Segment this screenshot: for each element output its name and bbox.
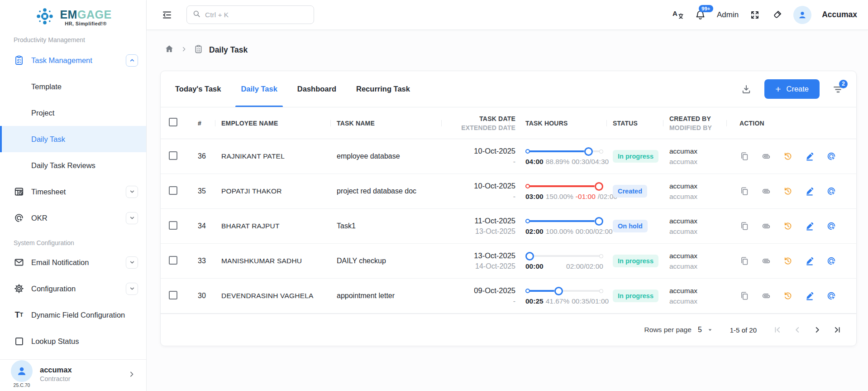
review-click-icon[interactable] bbox=[826, 221, 836, 231]
task-hours-slider[interactable] bbox=[525, 217, 603, 226]
slider-thumb[interactable] bbox=[525, 252, 534, 261]
row-actions bbox=[733, 151, 856, 161]
table-row: 36 RAJNIKANT PATEL employee database 10-… bbox=[161, 139, 856, 174]
expand-chevron-down[interactable] bbox=[126, 256, 138, 269]
status-badge: On hold bbox=[613, 220, 648, 232]
slider-thumb[interactable] bbox=[554, 287, 563, 295]
app-root: EMGAGE HR, Simplified!® Productivity Man… bbox=[0, 0, 868, 391]
review-click-icon[interactable] bbox=[826, 256, 836, 266]
expand-chevron-down[interactable] bbox=[126, 212, 138, 224]
history-icon[interactable] bbox=[783, 256, 793, 266]
row-actions bbox=[733, 221, 856, 231]
task-hours-slider[interactable] bbox=[525, 182, 603, 191]
sidebar-item-daily-task[interactable]: Daily Task bbox=[0, 126, 146, 152]
created-by: accumax bbox=[669, 216, 733, 226]
download-icon[interactable] bbox=[740, 83, 752, 95]
attachment-icon[interactable] bbox=[761, 256, 771, 266]
admin-menu[interactable]: Admin bbox=[717, 10, 739, 19]
sidebar-item-daily-task-reviews[interactable]: Daily Task Reviews bbox=[0, 152, 146, 179]
create-button[interactable]: + Create bbox=[764, 79, 820, 99]
col-task-name: TASK NAME bbox=[337, 120, 448, 127]
sidebar-item-okr[interactable]: OKR bbox=[0, 205, 146, 231]
tab-dashboard[interactable]: Dashboard bbox=[296, 71, 338, 107]
user-avatar bbox=[11, 360, 33, 382]
last-page-icon[interactable] bbox=[832, 324, 843, 335]
pagination-range: 1-5 of 20 bbox=[730, 326, 757, 334]
task-date: 11-Oct-2025 bbox=[448, 216, 515, 226]
row-checkbox[interactable] bbox=[169, 291, 177, 299]
theme-paintbrush-icon[interactable] bbox=[771, 9, 783, 21]
copy-icon[interactable] bbox=[739, 221, 749, 231]
fullscreen-icon[interactable] bbox=[749, 9, 761, 21]
edit-icon[interactable] bbox=[805, 186, 815, 196]
notifications-bell-icon[interactable]: 99+ bbox=[695, 9, 706, 21]
col-employee-name: EMPLOYEE NAME bbox=[221, 120, 337, 127]
sidebar-item-email-notification[interactable]: Email Notification bbox=[0, 249, 146, 275]
sidebar-item-lookup-status[interactable]: Lookup Status bbox=[0, 328, 146, 354]
copy-icon[interactable] bbox=[739, 151, 749, 161]
search-input[interactable] bbox=[205, 11, 308, 19]
copy-icon[interactable] bbox=[739, 256, 749, 266]
select-all-checkbox[interactable] bbox=[169, 118, 177, 126]
task-hours-slider[interactable] bbox=[525, 286, 603, 295]
expand-chevron-down[interactable] bbox=[126, 186, 138, 198]
attachment-icon[interactable] bbox=[761, 186, 771, 196]
task-hours-slider[interactable] bbox=[525, 147, 603, 156]
expand-chevron-down[interactable] bbox=[126, 283, 138, 295]
history-icon[interactable] bbox=[783, 221, 793, 231]
first-page-icon[interactable] bbox=[772, 324, 783, 335]
global-search[interactable] bbox=[186, 5, 314, 24]
review-click-icon[interactable] bbox=[826, 151, 836, 161]
edit-icon[interactable] bbox=[805, 256, 815, 266]
copy-icon[interactable] bbox=[739, 186, 749, 196]
row-checkbox[interactable] bbox=[169, 151, 177, 160]
user-name: accumax bbox=[40, 365, 72, 375]
edit-icon[interactable] bbox=[805, 221, 815, 231]
history-icon[interactable] bbox=[783, 186, 793, 196]
extended-date: 14-Oct-2025 bbox=[448, 261, 515, 271]
sidebar-collapse-icon[interactable] bbox=[161, 9, 173, 21]
row-checkbox[interactable] bbox=[169, 256, 177, 265]
next-page-icon[interactable] bbox=[812, 324, 823, 335]
sidebar-item-configuration[interactable]: Configuration bbox=[0, 275, 146, 302]
review-click-icon[interactable] bbox=[826, 186, 836, 196]
slider-thumb[interactable] bbox=[595, 217, 603, 226]
sidebar-item-dynamic-field-configuration[interactable]: TT Dynamic Field Configuration bbox=[0, 302, 146, 328]
previous-page-icon[interactable] bbox=[792, 324, 803, 335]
review-click-icon[interactable] bbox=[826, 291, 836, 301]
history-icon[interactable] bbox=[783, 291, 793, 301]
sidebar-item-template[interactable]: Template bbox=[0, 73, 146, 100]
sidebar-item-timesheet[interactable]: Timesheet bbox=[0, 179, 146, 205]
history-icon[interactable] bbox=[783, 151, 793, 161]
task-hours-slider[interactable] bbox=[525, 251, 603, 261]
copy-icon[interactable] bbox=[739, 291, 749, 301]
edit-icon[interactable] bbox=[805, 291, 815, 301]
row-actions bbox=[733, 256, 856, 266]
task-name: employee database bbox=[337, 152, 448, 160]
sidebar-user-card[interactable]: 25.C.70 accumax Contractor bbox=[0, 359, 146, 391]
row-checkbox[interactable] bbox=[169, 186, 177, 195]
collapse-chevron-up[interactable] bbox=[126, 54, 138, 67]
user-chevron-right-icon[interactable] bbox=[127, 370, 136, 379]
tab-recurring-task[interactable]: Recurring Task bbox=[354, 71, 412, 107]
language-translate-icon[interactable]: A bbox=[672, 9, 684, 21]
sidebar-item-task-management[interactable]: Task Management bbox=[0, 47, 146, 73]
row-checkbox[interactable] bbox=[169, 221, 177, 230]
account-name[interactable]: Accumax bbox=[822, 10, 857, 19]
attachment-icon[interactable] bbox=[761, 291, 771, 301]
account-avatar[interactable] bbox=[793, 6, 811, 24]
tab-daily-task[interactable]: Daily Task bbox=[239, 71, 279, 107]
modified-by: accumax bbox=[669, 261, 733, 271]
slider-thumb[interactable] bbox=[595, 182, 603, 191]
app-logo[interactable]: EMGAGE HR, Simplified!® bbox=[0, 5, 146, 30]
task-hours-text: 00:2541.67%00:35/01:00 bbox=[525, 297, 603, 305]
attachment-icon[interactable] bbox=[761, 151, 771, 161]
tab-todays-task[interactable]: Today's Task bbox=[173, 71, 223, 107]
slider-thumb[interactable] bbox=[584, 147, 593, 156]
filter-icon[interactable]: 2 bbox=[832, 83, 844, 96]
attachment-icon[interactable] bbox=[761, 221, 771, 231]
sidebar-item-project[interactable]: Project bbox=[0, 100, 146, 126]
home-icon[interactable] bbox=[164, 44, 174, 56]
edit-icon[interactable] bbox=[805, 151, 815, 161]
rows-per-page-select[interactable]: 5 bbox=[698, 326, 714, 334]
